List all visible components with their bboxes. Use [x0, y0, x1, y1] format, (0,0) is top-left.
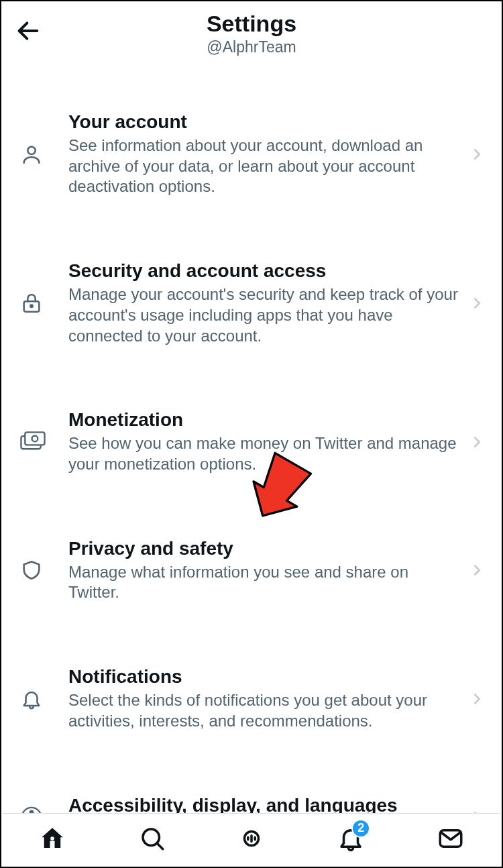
settings-item-security[interactable]: Security and account access Manage your … [1, 239, 502, 368]
svg-line-11 [157, 843, 163, 849]
item-desc: See how you can make money on Twitter an… [68, 433, 460, 474]
nav-spaces[interactable] [237, 824, 266, 855]
bell-icon [20, 688, 52, 710]
svg-rect-5 [25, 432, 44, 445]
bottom-nav: 2 [3, 813, 500, 865]
item-title: Security and account access [68, 260, 460, 282]
nav-home[interactable] [38, 824, 66, 855]
notification-badge: 2 [351, 819, 370, 838]
settings-item-your-account[interactable]: Your account See information about your … [1, 90, 502, 219]
chevron-right-icon [467, 435, 487, 449]
settings-item-notifications[interactable]: Notifications Select the kinds of notifi… [1, 645, 502, 753]
nav-messages[interactable] [437, 824, 465, 855]
nav-notifications[interactable]: 2 [337, 824, 365, 855]
svg-point-3 [30, 305, 32, 307]
item-title: Notifications [68, 666, 460, 688]
chevron-right-icon [467, 147, 487, 162]
chevron-right-icon [467, 692, 487, 706]
person-icon [20, 143, 52, 166]
back-button[interactable] [15, 17, 42, 47]
settings-list: Your account See information about your … [1, 90, 502, 861]
settings-item-monetization[interactable]: Monetization See how you can make money … [1, 388, 502, 496]
item-title: Monetization [68, 409, 460, 431]
item-title: Your account [68, 111, 460, 133]
chevron-right-icon [467, 563, 487, 578]
item-desc: Manage your account's security and keep … [68, 284, 460, 346]
item-desc: Select the kinds of notifications you ge… [68, 690, 460, 731]
item-desc: See information about your account, down… [68, 135, 460, 197]
cash-icon [20, 431, 52, 453]
lock-icon [20, 292, 52, 315]
svg-point-1 [27, 147, 35, 154]
settings-item-privacy-safety[interactable]: Privacy and safety Manage what informati… [1, 517, 502, 625]
shield-icon [20, 559, 52, 582]
page-subtitle: @AlphrTeam [15, 38, 488, 56]
chevron-right-icon [467, 296, 487, 311]
nav-search[interactable] [138, 824, 166, 855]
page-title: Settings [15, 11, 488, 37]
svg-point-9 [50, 836, 54, 840]
header: Settings @AlphrTeam [1, 1, 502, 63]
item-desc: Manage what information you see and shar… [68, 562, 460, 603]
item-title: Privacy and safety [68, 538, 460, 559]
